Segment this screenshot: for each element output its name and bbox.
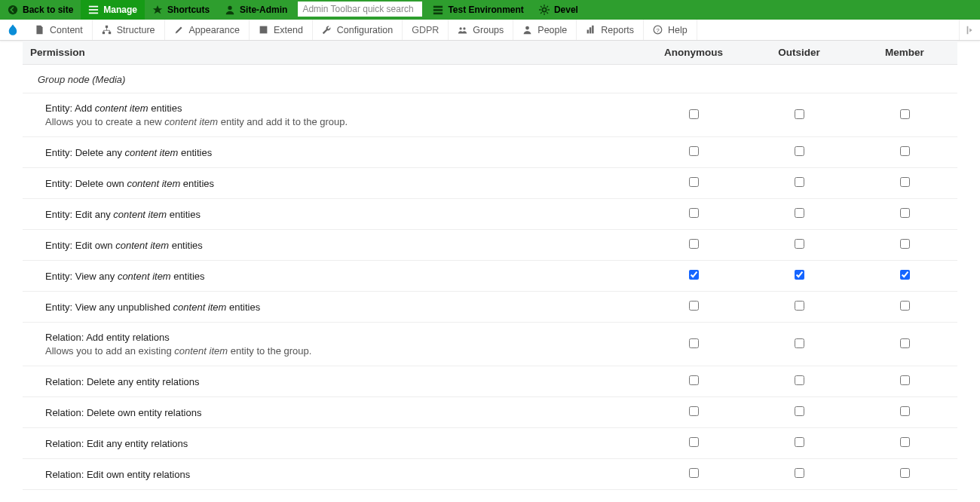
tab-groups-label: Groups bbox=[473, 25, 504, 35]
permission-checkbox[interactable] bbox=[689, 177, 699, 187]
permission-checkbox[interactable] bbox=[900, 437, 910, 447]
permission-row: Entity: View any content item entities bbox=[23, 261, 957, 292]
svg-rect-5 bbox=[433, 6, 443, 8]
permission-checkbox[interactable] bbox=[689, 468, 699, 478]
permission-checkbox[interactable] bbox=[689, 375, 699, 385]
toolbar-orientation-toggle[interactable] bbox=[959, 20, 980, 40]
manage-label: Manage bbox=[103, 5, 137, 15]
permission-checkbox[interactable] bbox=[795, 338, 804, 348]
svg-point-13 bbox=[460, 27, 462, 29]
tab-extend-label: Extend bbox=[274, 25, 303, 35]
svg-rect-11 bbox=[109, 31, 111, 33]
permission-checkbox[interactable] bbox=[795, 270, 804, 280]
permission-checkbox[interactable] bbox=[900, 208, 910, 218]
permission-checkbox[interactable] bbox=[689, 270, 699, 280]
permission-checkbox[interactable] bbox=[900, 406, 910, 416]
permission-checkbox[interactable] bbox=[689, 239, 699, 249]
permission-checkbox[interactable] bbox=[900, 375, 910, 385]
permission-title: Entity: Edit any content item entities bbox=[45, 209, 618, 220]
svg-point-14 bbox=[464, 27, 466, 29]
tab-appearance[interactable]: Appearance bbox=[165, 20, 250, 40]
permission-checkbox[interactable] bbox=[795, 239, 804, 249]
devel-label: Devel bbox=[554, 5, 578, 15]
permission-checkbox-cell bbox=[852, 292, 957, 323]
permission-checkbox[interactable] bbox=[795, 468, 804, 478]
drupal-logo-icon[interactable] bbox=[0, 20, 26, 40]
permission-description: Allows you to add an existing content it… bbox=[45, 345, 618, 357]
permission-checkbox[interactable] bbox=[900, 301, 910, 311]
permission-checkbox-cell bbox=[746, 137, 852, 168]
permission-checkbox-cell bbox=[746, 168, 852, 199]
permission-checkbox[interactable] bbox=[689, 301, 699, 311]
permission-checkbox[interactable] bbox=[900, 146, 910, 156]
permission-checkbox[interactable] bbox=[689, 338, 699, 348]
permission-checkbox[interactable] bbox=[795, 301, 804, 311]
svg-rect-2 bbox=[89, 9, 98, 11]
permission-title: Relation: Add entity relations bbox=[45, 332, 618, 343]
permission-checkbox-cell bbox=[852, 199, 957, 230]
test-env-icon bbox=[433, 5, 443, 15]
permission-checkbox-cell bbox=[746, 397, 852, 428]
permission-cell: Relation: Delete own entity relations bbox=[23, 397, 641, 428]
test-environment-button[interactable]: Test Environment bbox=[425, 0, 531, 20]
permission-cell: Entity: Edit any content item entities bbox=[23, 199, 641, 230]
permission-checkbox[interactable] bbox=[900, 177, 910, 187]
permission-checkbox[interactable] bbox=[900, 109, 910, 119]
permission-checkbox-cell bbox=[641, 137, 746, 168]
permission-checkbox[interactable] bbox=[900, 468, 910, 478]
permission-checkbox[interactable] bbox=[900, 270, 910, 280]
permission-row: Entity: Delete own content item entities bbox=[23, 168, 957, 199]
tab-configuration[interactable]: Configuration bbox=[313, 20, 403, 40]
permission-checkbox[interactable] bbox=[795, 208, 804, 218]
site-admin-button[interactable]: Site-Admin bbox=[217, 0, 295, 20]
permission-checkbox[interactable] bbox=[900, 239, 910, 249]
tab-groups[interactable]: Groups bbox=[449, 20, 513, 40]
permission-checkbox[interactable] bbox=[795, 406, 804, 416]
back-to-site-label: Back to site bbox=[23, 5, 73, 15]
tab-reports[interactable]: Reports bbox=[577, 20, 644, 40]
svg-rect-1 bbox=[89, 6, 98, 8]
permission-checkbox-cell bbox=[852, 230, 957, 261]
permission-checkbox-cell bbox=[852, 261, 957, 292]
permission-checkbox[interactable] bbox=[689, 208, 699, 218]
shortcuts-button[interactable]: Shortcuts bbox=[145, 0, 217, 20]
back-to-site-button[interactable]: Back to site bbox=[0, 0, 81, 20]
permission-checkbox-cell bbox=[852, 323, 957, 366]
tab-appearance-label: Appearance bbox=[189, 25, 240, 35]
permission-checkbox[interactable] bbox=[689, 146, 699, 156]
admin-toolbar-search-input[interactable] bbox=[298, 2, 422, 17]
svg-rect-18 bbox=[592, 25, 593, 33]
svg-rect-12 bbox=[260, 26, 268, 33]
devel-button[interactable]: Devel bbox=[531, 0, 586, 20]
permission-checkbox[interactable] bbox=[900, 338, 910, 348]
svg-text:?: ? bbox=[656, 26, 660, 33]
permission-checkbox[interactable] bbox=[795, 146, 804, 156]
permission-checkbox[interactable] bbox=[689, 437, 699, 447]
svg-rect-6 bbox=[433, 9, 443, 11]
permission-checkbox-cell bbox=[641, 261, 746, 292]
tab-gdpr[interactable]: GDPR bbox=[403, 20, 449, 40]
permission-checkbox[interactable] bbox=[689, 406, 699, 416]
permission-checkbox-cell bbox=[746, 93, 852, 137]
svg-rect-16 bbox=[587, 29, 589, 33]
permission-checkbox[interactable] bbox=[795, 437, 804, 447]
permission-cell: Relation: Edit any entity relations bbox=[23, 428, 641, 459]
permission-checkbox[interactable] bbox=[689, 109, 699, 119]
permission-title: Relation: Delete own entity relations bbox=[45, 407, 618, 418]
svg-rect-10 bbox=[103, 31, 105, 33]
tab-people[interactable]: People bbox=[513, 20, 577, 40]
tab-help[interactable]: ? Help bbox=[644, 20, 697, 40]
permission-checkbox[interactable] bbox=[795, 177, 804, 187]
tab-structure[interactable]: Structure bbox=[93, 20, 165, 40]
manage-button[interactable]: Manage bbox=[81, 0, 145, 20]
permission-checkbox-cell bbox=[746, 459, 852, 490]
permission-row: Relation: Delete any entity relations bbox=[23, 366, 957, 397]
tab-content[interactable]: Content bbox=[26, 20, 93, 40]
permission-checkbox[interactable] bbox=[795, 109, 804, 119]
tab-extend[interactable]: Extend bbox=[250, 20, 313, 40]
admin-toolbar-top: Back to site Manage Shortcuts Site-Admin… bbox=[0, 0, 980, 20]
permission-checkbox-cell bbox=[746, 323, 852, 366]
permission-row: Entity: Add content item entitiesAllows … bbox=[23, 93, 957, 137]
permission-checkbox-cell bbox=[746, 292, 852, 323]
permission-checkbox[interactable] bbox=[795, 375, 804, 385]
